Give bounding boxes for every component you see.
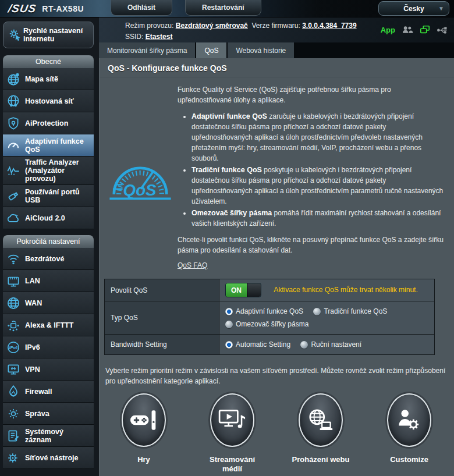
gauge-icon	[5, 138, 22, 153]
mode-web-surfing[interactable]: Proházení webu	[276, 393, 365, 474]
web-surfing-icon	[299, 393, 343, 447]
quick-internet-setup-button[interactable]: Rychlé nastavení internetu	[3, 22, 94, 48]
sidebar-item-aiprotection[interactable]: AiProtection	[3, 112, 94, 134]
usb-icon	[5, 189, 22, 204]
radio-bandwidth-limiter[interactable]: Omezovač šířky pásma	[225, 318, 308, 331]
radio-icon	[225, 321, 233, 328]
tab-bandwidth-monitor[interactable]: Monitorování šířky pásma	[99, 42, 195, 58]
sidebar-item-label: IPv6	[25, 343, 40, 351]
mode-label: Customize	[377, 455, 441, 464]
activation-note: Aktivace funkce QoS může trvat několik m…	[274, 286, 417, 294]
mode-games[interactable]: Hry	[100, 393, 188, 474]
sidebar-item-firewall[interactable]: Firewall	[3, 381, 94, 403]
alexa-ifttt-icon	[5, 318, 22, 333]
system-log-icon	[5, 428, 22, 443]
asus-logo: /SUS	[7, 2, 37, 15]
admin-gear-icon	[5, 406, 22, 421]
connected-devices-icon[interactable]	[419, 24, 431, 35]
clients-icon[interactable]	[401, 24, 413, 35]
priority-modes-row: Hry Streamování médií	[100, 393, 454, 474]
quick-setup-label: Rychlé nastavení internetu	[23, 27, 90, 43]
bullet-term: Omezovač šířky pásma	[191, 209, 272, 217]
mode-customize[interactable]: Customize	[365, 393, 453, 474]
cloud-icon	[5, 211, 22, 226]
qos-intro-text: Funkce Quality of Service (QoS) zajišťuj…	[178, 84, 446, 105]
app-link[interactable]: App	[381, 26, 395, 34]
sidebar-item-aicloud[interactable]: AiCloud 2.0	[3, 207, 94, 229]
qos-feature-list: Adaptivní funkce QoS zaručuje u kabelový…	[191, 111, 446, 229]
qos-panel: QoS - Konfigurace funkce QoS QoS	[99, 58, 454, 476]
radio-traditional-qos[interactable]: Tradiční funkce QoS	[313, 305, 387, 318]
sidebar-item-network-tools[interactable]: Síťové nástroje	[3, 447, 94, 469]
toggle-on-label: ON	[226, 283, 247, 297]
media-streaming-icon	[210, 393, 254, 447]
sidebar-item-ipv6[interactable]: IPv6 IPv6	[3, 336, 94, 358]
top-header: /SUS RT-AX58U Odhlásit Restartování Česk…	[0, 0, 454, 17]
sidebar-item-guest-network[interactable]: Hostovaná síť	[3, 90, 94, 112]
sidebar-item-label: Firewall	[25, 388, 52, 396]
qos-settings-table: Povolit QoS ON Aktivace funkce QoS může …	[104, 279, 435, 355]
quick-setup-gear-icon	[7, 27, 23, 42]
network-map-icon	[5, 72, 22, 87]
sidebar-item-label: WAN	[25, 299, 42, 307]
radio-adaptive-qos[interactable]: Adaptivní funkce QoS	[225, 305, 303, 318]
op-mode-link[interactable]: Bezdrátový směrovač	[176, 22, 248, 30]
list-item: Adaptivní funkce QoS zaručuje u kabelový…	[191, 111, 446, 164]
ssid-link[interactable]: Etastest	[146, 33, 173, 41]
bandwidth-setting-label: Bandwidth Setting	[105, 335, 219, 355]
firmware-label: Verze firmwaru:	[251, 22, 300, 30]
qos-enable-toggle[interactable]: ON	[225, 283, 261, 297]
language-dropdown[interactable]: Česky ▼	[378, 1, 449, 16]
network-tools-icon	[5, 450, 22, 466]
enable-qos-label: Povolit QoS	[105, 279, 219, 301]
mode-label: Hry	[112, 455, 176, 464]
radio-label: Ruční nastavení	[311, 338, 361, 351]
logout-button[interactable]: Odhlásit	[111, 0, 172, 16]
mode-media-streaming[interactable]: Streamování médií	[188, 393, 276, 474]
shield-icon	[5, 116, 22, 131]
sidebar-item-adaptive-qos[interactable]: Adaptivní funkce QoS	[3, 134, 94, 157]
sidebar-item-vpn[interactable]: VPN	[3, 358, 94, 381]
firmware-version-link[interactable]: 3.0.0.4.384_7739	[302, 22, 356, 30]
radio-label: Adaptivní funkce QoS	[236, 305, 303, 318]
bullet-term: Tradiční funkce QoS	[191, 166, 262, 174]
sidebar-item-system-log[interactable]: Systémový záznam	[3, 425, 94, 447]
op-mode-label: Režim provozu:	[125, 22, 173, 30]
qos-gauge-illustration: QoS	[103, 84, 178, 276]
sidebar-item-label: AiProtection	[25, 119, 68, 127]
sidebar-item-usb-application[interactable]: Používání portů USB	[3, 185, 94, 207]
sidebar: Rychlé nastavení internetu Obecné Mapa s…	[0, 17, 99, 476]
sidebar-item-label: Traffic Analyzer (Analyzátor provozu)	[25, 158, 91, 183]
vpn-icon	[5, 362, 22, 377]
sidebar-item-wireless[interactable]: Bezdrátové	[3, 248, 94, 270]
sidebar-item-lan[interactable]: LAN	[3, 270, 94, 292]
qos-faq-link[interactable]: QoS FAQ	[178, 260, 207, 271]
ssid-label: SSID:	[125, 33, 143, 41]
radio-manual-setting[interactable]: Ruční nastavení	[300, 338, 361, 351]
usb-status-icon[interactable]	[437, 25, 448, 34]
router-model: RT-AX58U	[42, 4, 84, 13]
sidebar-item-wan[interactable]: WAN	[3, 292, 94, 314]
radio-icon	[313, 308, 321, 315]
guest-network-icon	[5, 94, 22, 109]
sidebar-item-label: VPN	[25, 365, 40, 374]
ipv6-icon: IPv6	[5, 340, 22, 355]
radio-label: Automatic Setting	[236, 338, 290, 351]
tab-qos[interactable]: QoS	[196, 42, 226, 58]
bullet-term: Adaptivní funkce QoS	[191, 112, 267, 120]
sidebar-item-traffic-analyzer[interactable]: Traffic Analyzer (Analyzátor provozu)	[3, 157, 94, 185]
sidebar-item-label: AiCloud 2.0	[25, 214, 65, 222]
tab-web-history[interactable]: Webová historie	[228, 42, 294, 58]
sidebar-item-administration[interactable]: Správa	[3, 403, 94, 425]
sidebar-item-label: LAN	[25, 277, 40, 285]
table-row: Povolit QoS ON Aktivace funkce QoS může …	[105, 279, 435, 301]
sidebar-item-label: Adaptivní funkce QoS	[25, 137, 91, 154]
reboot-button[interactable]: Restartování	[185, 0, 261, 16]
language-label: Česky	[403, 5, 424, 13]
list-item: Omezovač šířky pásma pomáhá řídit maximá…	[191, 208, 446, 229]
radio-automatic-setting[interactable]: Automatic Setting	[225, 338, 290, 351]
table-row: Bandwidth Setting Automatic Setting Ručn…	[105, 335, 435, 355]
sidebar-item-label: Alexa & IFTTT	[25, 321, 73, 329]
sidebar-item-network-map[interactable]: Mapa sítě	[3, 68, 94, 90]
sidebar-item-alexa-ifttt[interactable]: Alexa & IFTTT	[3, 314, 94, 336]
